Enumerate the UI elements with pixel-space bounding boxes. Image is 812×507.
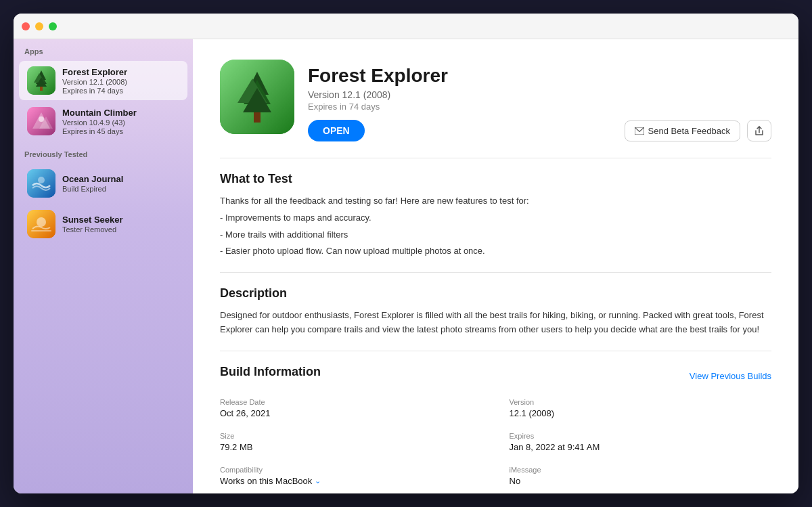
compatibility-label: Compatibility <box>220 466 482 474</box>
what-to-test-line-1: - Improvements to maps and accuracy. <box>220 211 771 225</box>
ocean-journal-info: Ocean Journal Build Expired <box>62 174 179 193</box>
mountain-climber-icon <box>27 107 55 135</box>
divider-3 <box>220 351 771 351</box>
traffic-lights <box>22 22 57 30</box>
build-info-grid: Release Date Oct 26, 2021 Version 12.1 (… <box>220 398 771 493</box>
send-beta-feedback-button[interactable]: Send Beta Feedback <box>625 120 740 141</box>
main-content: Forest Explorer Version 12.1 (2008) Expi… <box>193 39 798 493</box>
ocean-journal-name: Ocean Journal <box>62 174 179 184</box>
app-header-title: Forest Explorer <box>308 65 611 87</box>
build-info-expires: Expires Jan 8, 2022 at 9:41 AM <box>510 432 772 452</box>
description-section: Description Designed for outdoor enthusi… <box>220 286 771 337</box>
mountain-climber-svg <box>27 107 55 135</box>
sunset-seeker-svg <box>27 210 55 238</box>
app-header: Forest Explorer Version 12.1 (2008) Expi… <box>220 60 771 141</box>
svg-point-13 <box>37 217 46 227</box>
ocean-journal-status: Build Expired <box>62 185 179 193</box>
apps-section-label: Apps <box>14 39 193 60</box>
imessage-label: iMessage <box>510 466 772 474</box>
forest-explorer-version: Version 12.1 (2008) <box>62 78 179 86</box>
expires-value: Jan 8, 2022 at 9:41 AM <box>510 442 772 452</box>
title-bar <box>14 14 798 39</box>
minimize-button[interactable] <box>35 22 43 30</box>
release-date-label: Release Date <box>220 398 482 406</box>
size-label: Size <box>220 432 482 440</box>
share-button[interactable] <box>747 120 771 141</box>
mountain-climber-version: Version 10.4.9 (43) <box>62 118 179 127</box>
ocean-journal-svg <box>27 169 55 198</box>
fullscreen-button[interactable] <box>49 22 57 30</box>
forest-explorer-icon <box>27 66 55 95</box>
sidebar-item-forest-explorer[interactable]: Forest Explorer Version 12.1 (2008) Expi… <box>19 61 187 100</box>
compatibility-value[interactable]: Works on this MacBook ⌄ <box>220 476 482 486</box>
mountain-climber-name: Mountain Climber <box>62 108 179 118</box>
view-previous-builds-link[interactable]: View Previous Builds <box>690 371 771 381</box>
share-icon <box>754 125 764 136</box>
sidebar-item-mountain-climber[interactable]: Mountain Climber Version 10.4.9 (43) Exp… <box>19 102 187 141</box>
mountain-climber-status: Expires in 45 days <box>62 127 179 135</box>
expires-label: Expires <box>510 432 772 440</box>
svg-point-11 <box>38 177 45 183</box>
send-feedback-label: Send Beta Feedback <box>648 126 730 136</box>
build-info-title: Build Information <box>220 365 321 379</box>
release-date-value: Oct 26, 2021 <box>220 408 482 418</box>
what-to-test-section: What to Test Thanks for all the feedback… <box>220 172 771 259</box>
forest-explorer-status: Expires in 74 days <box>62 87 179 95</box>
build-info-compatibility: Compatibility Works on this MacBook ⌄ <box>220 466 482 486</box>
sunset-seeker-name: Sunset Seeker <box>62 215 179 225</box>
size-value: 79.2 MB <box>220 442 482 452</box>
svg-point-9 <box>39 116 44 122</box>
what-to-test-line-2: - More trails with additional filters <box>220 228 771 242</box>
build-information-section: Build Information View Previous Builds R… <box>220 365 771 493</box>
sidebar-item-ocean-journal[interactable]: Ocean Journal Build Expired <box>19 164 187 203</box>
sidebar-item-sunset-seeker[interactable]: Sunset Seeker Tester Removed <box>19 204 187 244</box>
sunset-seeker-status: Tester Removed <box>62 225 179 234</box>
header-actions: Send Beta Feedback <box>625 120 771 141</box>
app-header-version: Version 12.1 (2008) <box>308 89 611 100</box>
description-text: Designed for outdoor enthusiasts, Forest… <box>220 309 771 337</box>
version-value: 12.1 (2008) <box>510 408 772 418</box>
imessage-value: No <box>510 476 772 486</box>
divider-2 <box>220 272 771 273</box>
what-to-test-line-0: Thanks for all the feedback and testing … <box>220 194 771 208</box>
app-header-icon <box>220 60 294 134</box>
build-info-header: Build Information View Previous Builds <box>220 365 771 387</box>
build-info-size: Size 79.2 MB <box>220 432 482 452</box>
mountain-climber-info: Mountain Climber Version 10.4.9 (43) Exp… <box>62 108 179 135</box>
app-header-expires: Expires in 74 days <box>308 102 611 112</box>
forest-explorer-name: Forest Explorer <box>62 67 179 77</box>
version-label: Version <box>510 398 772 406</box>
open-button[interactable]: OPEN <box>308 120 365 141</box>
divider-1 <box>220 158 771 158</box>
build-info-release-date: Release Date Oct 26, 2021 <box>220 398 482 418</box>
what-to-test-line-3: - Easier photo upload flow. Can now uplo… <box>220 244 771 259</box>
content-area: Apps <box>14 39 798 493</box>
svg-rect-20 <box>254 112 261 123</box>
svg-rect-14 <box>31 230 51 232</box>
previously-tested-label: Previously Tested <box>14 142 193 162</box>
build-info-version: Version 12.1 (2008) <box>510 398 772 418</box>
chevron-down-icon[interactable]: ⌄ <box>315 477 321 485</box>
sidebar: Apps <box>14 39 193 493</box>
main-window: Apps <box>14 14 798 493</box>
build-info-imessage: iMessage No <box>510 466 772 486</box>
close-button[interactable] <box>22 22 30 30</box>
sunset-seeker-info: Sunset Seeker Tester Removed <box>62 215 179 234</box>
envelope-icon <box>635 127 644 135</box>
header-app-svg <box>220 60 294 134</box>
sunset-seeker-icon <box>27 210 55 238</box>
what-to-test-title: What to Test <box>220 172 771 186</box>
description-title: Description <box>220 286 771 301</box>
ocean-journal-icon <box>27 169 55 198</box>
forest-explorer-info: Forest Explorer Version 12.1 (2008) Expi… <box>62 67 179 95</box>
svg-rect-5 <box>40 87 43 91</box>
forest-explorer-svg <box>27 66 55 95</box>
app-header-info: Forest Explorer Version 12.1 (2008) Expi… <box>308 60 611 141</box>
compatibility-text: Works on this MacBook <box>220 476 312 486</box>
